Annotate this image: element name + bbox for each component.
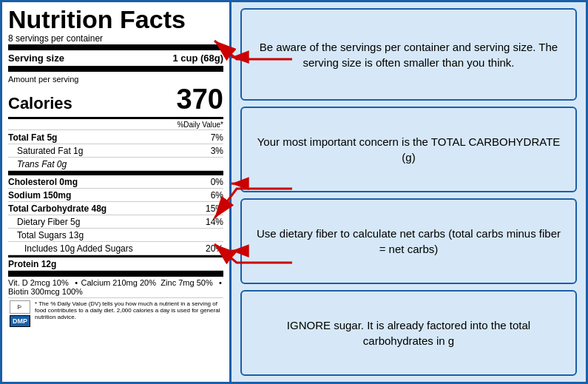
- sugar-info-box: IGNORE sugar. It is already factored int…: [240, 290, 577, 376]
- calories-row: Calories 370: [8, 84, 223, 119]
- nutrition-facts-panel: Nutrition Facts 8 servings per container…: [2, 2, 232, 382]
- vit-d: Vit. D 2mcg 10%: [8, 278, 69, 287]
- biotin: Biotin 300mcg 100%: [8, 287, 83, 296]
- footnote: 🏳 DMP * The % Daily Value (DV) tells you…: [8, 300, 223, 327]
- total-fat-label: Total Fat 5g: [8, 132, 57, 143]
- footnote-text: * The % Daily Value (DV) tells you how m…: [35, 300, 223, 320]
- calories-value: 370: [177, 84, 223, 115]
- nutrition-title: Nutrition Facts: [8, 7, 223, 32]
- added-sugars-label: Includes 10g Added Sugars: [8, 243, 133, 254]
- dmp-logo: DMP: [10, 315, 30, 327]
- row-protein: Protein 12g: [8, 255, 223, 271]
- flag-icon: 🏳: [17, 304, 23, 311]
- saturated-fat-value: 3%: [211, 146, 223, 156]
- total-carb-label: Total Carbohydrate 48g: [8, 203, 107, 214]
- row-sodium: Sodium 150mg 6%: [8, 189, 223, 202]
- sodium-value: 6%: [211, 190, 223, 201]
- calcium: Calcium 210mg 20%: [81, 278, 156, 287]
- servings-per-container: 8 servings per container: [8, 33, 223, 44]
- vitamins-row: Vit. D 2mcg 10% • Calcium 210mg 20% Zinc…: [8, 271, 223, 298]
- total-sugars-label: Total Sugars 13g: [8, 230, 84, 240]
- row-cholesterol: Cholesterol 0mg 0%: [8, 171, 223, 189]
- cholesterol-value: 0%: [211, 177, 223, 187]
- row-added-sugars: Includes 10g Added Sugars 20%: [8, 242, 223, 255]
- info-panel: Be aware of the servings per container a…: [232, 2, 586, 382]
- added-sugars-value: 20%: [206, 243, 223, 254]
- serving-size-row: Serving size 1 cup (68g): [8, 44, 223, 72]
- row-total-carb: Total Carbohydrate 48g 15%: [8, 202, 223, 215]
- sodium-label: Sodium 150mg: [8, 190, 71, 201]
- fiber-info-box: Use dietary fiber to calculate net carbs…: [240, 198, 577, 284]
- dv-header: %Daily Value*: [8, 121, 223, 130]
- row-dietary-fiber: Dietary Fiber 5g 14%: [8, 215, 223, 229]
- fiber-info-text: Use dietary fiber to calculate net carbs…: [252, 226, 565, 257]
- carb-info-box: Your most important concern is the TOTAL…: [240, 107, 577, 192]
- row-total-fat: Total Fat 5g 7%: [8, 131, 223, 144]
- trans-fat-label: Trans Fat 0g: [8, 159, 67, 169]
- row-total-sugars: Total Sugars 13g: [8, 229, 223, 242]
- total-fat-value: 7%: [211, 132, 223, 143]
- serving-size-value: 1 cup (68g): [172, 53, 223, 64]
- carb-info-text: Your most important concern is the TOTAL…: [252, 134, 565, 165]
- total-carb-value: 15%: [206, 203, 223, 214]
- cholesterol-label: Cholesterol 0mg: [8, 177, 78, 187]
- row-saturated-fat: Saturated Fat 1g 3%: [8, 144, 223, 158]
- row-trans-fat: Trans Fat 0g: [8, 158, 223, 171]
- sugar-info-text: IGNORE sugar. It is already factored int…: [252, 317, 565, 348]
- serving-info-text: Be aware of the servings per container a…: [252, 39, 565, 70]
- amount-per-serving: Amount per serving: [8, 75, 223, 84]
- dietary-fiber-value: 14%: [206, 217, 223, 227]
- protein-label: Protein 12g: [8, 259, 56, 269]
- serving-info-box: Be aware of the servings per container a…: [240, 8, 577, 101]
- dietary-fiber-label: Dietary Fiber 5g: [8, 217, 80, 227]
- serving-size-label: Serving size: [8, 53, 64, 64]
- zinc: Zinc 7mg 50%: [160, 278, 212, 287]
- saturated-fat-label: Saturated Fat 1g: [8, 146, 83, 156]
- calories-label: Calories: [8, 94, 72, 113]
